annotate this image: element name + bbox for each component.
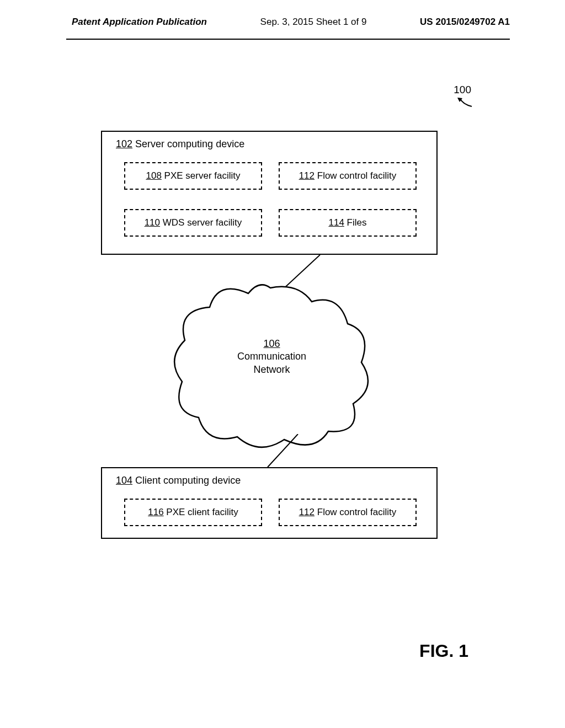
figure-diagram: 100 102 Server computing device 108 PXE …	[0, 84, 565, 635]
header-rule	[66, 39, 510, 40]
flow-control-facility-client-box: 112 Flow control facility	[279, 499, 417, 526]
server-device-box: 102 Server computing device 108 PXE serv…	[101, 131, 438, 255]
wds-server-facility-box: 110 WDS server facility	[124, 209, 262, 237]
page-header: Patent Application Publication Sep. 3, 2…	[0, 0, 565, 39]
client-device-box: 104 Client computing device 116 PXE clie…	[101, 467, 438, 539]
reference-arrow-icon	[457, 98, 474, 111]
server-title: 102 Server computing device	[116, 138, 244, 150]
svg-line-2	[268, 434, 298, 467]
header-patent-number: US 2015/0249702 A1	[420, 17, 510, 28]
reference-number-100: 100	[454, 84, 471, 96]
flow-control-facility-server-box: 112 Flow control facility	[279, 162, 417, 190]
header-date-sheet: Sep. 3, 2015 Sheet 1 of 9	[260, 17, 367, 28]
client-title: 104 Client computing device	[116, 475, 241, 486]
pxe-server-facility-box: 108 PXE server facility	[124, 162, 262, 190]
cloud-label: 106 Communication Network	[237, 338, 306, 376]
figure-label: FIG. 1	[419, 641, 468, 661]
header-publication: Patent Application Publication	[72, 17, 207, 28]
pxe-client-facility-box: 116 PXE client facility	[124, 499, 262, 526]
files-box: 114 Files	[279, 209, 417, 237]
